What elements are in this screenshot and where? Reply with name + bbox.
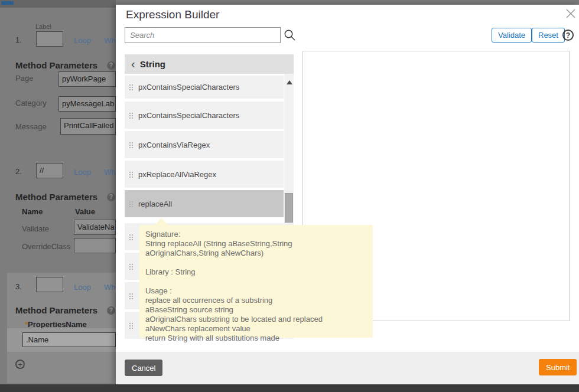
drag-handle-icon — [129, 142, 133, 148]
function-name: replaceAll — [138, 200, 172, 208]
param-name: Validate — [22, 224, 49, 233]
submit-button[interactable]: Submit — [539, 359, 577, 375]
function-name: pxContainsSpecialCharacters — [138, 111, 239, 120]
section-heading: Method Parameters — [15, 60, 97, 70]
search-input[interactable] — [125, 27, 281, 43]
label-field-caption: Label — [35, 23, 51, 30]
close-icon[interactable] — [565, 8, 577, 19]
cancel-button[interactable]: Cancel — [125, 360, 162, 376]
drag-handle-icon — [129, 322, 133, 329]
step-number: 2. — [15, 167, 22, 176]
validate-button[interactable]: Validate — [492, 28, 532, 43]
loop-link: Loop — [74, 36, 91, 45]
category-input: pyMessageLab — [58, 96, 116, 112]
screen: Label 1. Loop Whe Method Parameters ? Pa… — [0, 0, 579, 392]
step3-label-input — [36, 277, 63, 292]
field-label: Message — [15, 122, 47, 131]
back-chevron-icon[interactable]: ‹ — [131, 58, 135, 70]
list-header-label: String — [140, 59, 165, 69]
help-icon: ? — [107, 193, 115, 201]
loop-link: Loop — [74, 168, 91, 177]
function-list-item[interactable]: pxContainsSpecialCharacters — [125, 76, 284, 99]
column-header-value: Value — [75, 207, 95, 216]
field-label: Page — [15, 74, 33, 83]
background-top-strip — [116, 0, 579, 5]
overrideclass-input — [74, 238, 116, 253]
scroll-up-icon[interactable] — [287, 80, 292, 84]
help-icon: ? — [107, 61, 115, 70]
propertiesname-input: .Name — [22, 332, 116, 347]
dialog-help-icon[interactable]: ? — [562, 30, 574, 41]
drag-handle-icon — [129, 293, 133, 299]
function-name: pxContainsViaRegex — [138, 141, 210, 149]
function-list-item[interactable]: pxReplaceAllViaRegex — [125, 161, 284, 188]
step-number: 1. — [15, 35, 22, 44]
loop-link: Loop — [74, 283, 91, 292]
message-input: PrintCallFailed — [60, 118, 116, 135]
search-icon[interactable] — [284, 29, 297, 42]
help-icon: ? — [107, 306, 115, 315]
page-input: pyWorkPage — [58, 71, 116, 87]
step-number: 3. — [15, 282, 22, 291]
function-signature-tooltip: Signature: String replaceAll (String aBa… — [139, 225, 373, 338]
column-header-name: Name — [22, 207, 43, 216]
function-name: pxReplaceAllViaRegex — [138, 170, 216, 179]
drag-handle-icon — [129, 112, 133, 119]
field-label: Category — [15, 99, 47, 107]
background-bottom-bar — [0, 384, 579, 392]
background-tab-indicator — [1, 1, 14, 5]
drag-handle-icon — [129, 171, 133, 178]
list-scrollbar-thumb[interactable] — [285, 193, 293, 223]
dialog-footer — [116, 352, 579, 384]
dialog-title: Expression Builder — [126, 8, 219, 21]
background-top-bar — [0, 0, 116, 8]
drag-handle-icon — [129, 84, 133, 90]
step1-label-input — [36, 31, 63, 47]
function-list-item[interactable]: pxContainsSpecialCharacters — [125, 102, 284, 129]
drag-handle-icon — [129, 201, 133, 207]
function-list-item[interactable]: pxContainsViaRegex — [125, 131, 284, 158]
param-name: OverrideClass — [22, 242, 70, 251]
drag-handle-icon — [129, 234, 133, 240]
section-heading: Method Parameters — [15, 192, 97, 202]
validate-input: ValidateNa — [74, 220, 116, 235]
step2-label-input: // — [36, 163, 63, 178]
function-name: pxContainsSpecialCharacters — [138, 83, 239, 92]
function-list-item-selected[interactable]: replaceAll — [125, 190, 284, 217]
tooltip-arrow — [155, 218, 168, 225]
section-heading: Method Parameters — [15, 305, 97, 315]
list-header[interactable]: ‹ String — [125, 54, 294, 74]
expression-builder-dialog: Expression Builder Validate Reset ? ‹ St… — [116, 5, 579, 384]
add-row-icon: + — [15, 360, 25, 369]
reset-button[interactable]: Reset — [532, 28, 565, 43]
drag-handle-icon — [129, 263, 133, 270]
